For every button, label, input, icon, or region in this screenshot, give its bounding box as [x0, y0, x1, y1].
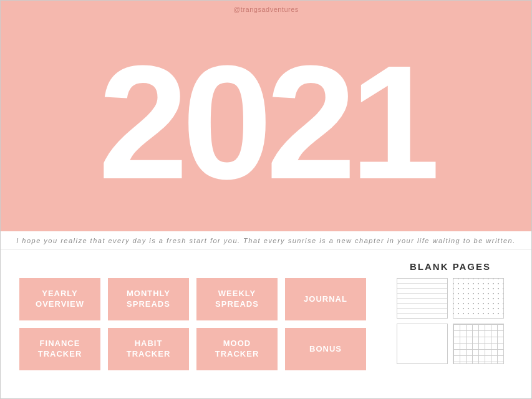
quote-text: I hope you realize that every day is a f… — [16, 237, 516, 244]
lined-page-thumb[interactable] — [397, 278, 448, 319]
page: @trangsadventures 2021 I hope you realiz… — [0, 0, 532, 399]
journal-button[interactable]: JOURNAL — [285, 278, 366, 320]
blank-pages-grid — [397, 278, 504, 364]
monthly-spreads-button[interactable]: MONTHLYSPREADS — [108, 278, 189, 320]
grid-page-thumb[interactable] — [453, 324, 504, 364]
blank-page-thumb[interactable] — [397, 324, 448, 364]
year-display: 2021 — [98, 41, 433, 203]
finance-tracker-button[interactable]: FINANCETRACKER — [19, 328, 100, 370]
mood-tracker-button[interactable]: MOODTRACKER — [196, 328, 278, 370]
bottom-section: YEARLYOVERVIEW MONTHLYSPREADS WEEKLYSPRE… — [1, 250, 531, 398]
habit-tracker-button[interactable]: HABITTRACKER — [108, 328, 189, 370]
bonus-button[interactable]: BONUS — [285, 328, 366, 370]
buttons-area: YEARLYOVERVIEW MONTHLYSPREADS WEEKLYSPRE… — [19, 261, 375, 387]
watermark: @trangsadventures — [233, 6, 299, 13]
dotted-page-thumb[interactable] — [453, 278, 504, 319]
button-row-1: YEARLYOVERVIEW MONTHLYSPREADS WEEKLYSPRE… — [19, 278, 375, 320]
button-row-2: FINANCETRACKER HABITTRACKER MOODTRACKER … — [19, 328, 375, 370]
weekly-spreads-button[interactable]: WEEKLYSPREADS — [196, 278, 278, 320]
yearly-overview-button[interactable]: YEARLYOVERVIEW — [19, 278, 100, 320]
blank-pages-area: BLANK PAGES — [388, 261, 513, 387]
blank-pages-title: BLANK PAGES — [410, 261, 491, 272]
quote-bar: I hope you realize that every day is a f… — [1, 231, 531, 250]
top-section: @trangsadventures 2021 — [1, 1, 531, 231]
